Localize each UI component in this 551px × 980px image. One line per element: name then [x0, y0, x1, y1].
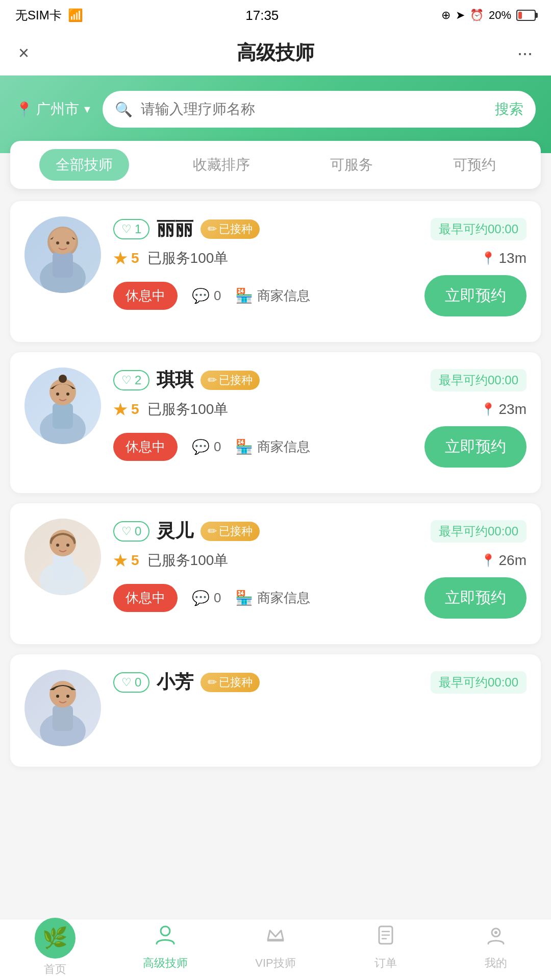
merchant-info-3[interactable]: 🏪 商家信息: [235, 589, 310, 607]
heart-icon-2: ♡: [121, 374, 132, 387]
filter-tab-book[interactable]: 可预约: [437, 149, 512, 181]
nav-orders[interactable]: 订单: [345, 923, 427, 971]
merchant-icon-3: 🏪: [235, 590, 253, 606]
tech-name-1: 丽丽: [157, 216, 193, 241]
tech-name-4: 小芳: [157, 670, 193, 695]
rating-value-2: 5: [131, 401, 139, 418]
location-status-icon: ⊕: [441, 9, 450, 22]
navigation-icon: ➤: [456, 9, 465, 22]
comment-count-2: 💬 0: [192, 438, 221, 455]
svg-point-19: [66, 544, 69, 547]
name-left-3: ♡ 0 灵儿 ✏ 已接种: [113, 519, 260, 544]
search-button[interactable]: 搜索: [495, 100, 523, 119]
card-top-3: ♡ 0 灵儿 ✏ 已接种 最早可约00:00 ★: [24, 519, 527, 619]
alarm-icon: ⏰: [470, 9, 484, 22]
like-count-3: 0: [135, 524, 141, 538]
nav-vip-label: VIP技师: [255, 955, 295, 971]
vaccinated-badge-3: ✏ 已接种: [201, 522, 260, 541]
bottom-left-2: 休息中 💬 0 🏪 商家信息: [113, 433, 310, 461]
technician-list: ♡ 1 丽丽 ✏ 已接种 最早可约00:00 ★: [0, 189, 551, 850]
merchant-info-2[interactable]: 🏪 商家信息: [235, 438, 310, 456]
pen-icon-3: ✏: [208, 525, 217, 538]
distance-pin-icon-1: 📍: [481, 251, 496, 265]
carrier-label: 无SIM卡: [15, 7, 62, 23]
like-badge-4[interactable]: ♡ 0: [113, 672, 149, 693]
home-icon: 🌿: [42, 926, 68, 950]
location-text: 广州市: [36, 100, 79, 119]
earliest-badge-1: 最早可约00:00: [431, 218, 527, 240]
service-count-3: 已服务100单: [147, 551, 229, 570]
avatar-4: [24, 670, 101, 746]
vaccinated-badge-4: ✏ 已接种: [201, 673, 260, 692]
comment-icon-2: 💬: [192, 438, 210, 455]
search-row: 📍 广州市 ▼ 🔍 搜索: [15, 91, 536, 128]
stats-left-1: ★ 5 已服务100单: [113, 249, 228, 268]
pen-icon-4: ✏: [208, 676, 217, 689]
more-button[interactable]: ···: [517, 42, 533, 64]
like-badge-2[interactable]: ♡ 2: [113, 370, 149, 390]
nav-technician[interactable]: 高级技师: [124, 923, 206, 971]
vaccinated-badge-2: ✏ 已接种: [201, 371, 260, 390]
vaccinated-text-1: 已接种: [219, 222, 253, 237]
card-info-1: ♡ 1 丽丽 ✏ 已接种 最早可约00:00 ★: [113, 216, 527, 316]
card-bottom-3: 休息中 💬 0 🏪 商家信息 立即预约: [113, 577, 527, 619]
distance-1: 📍 13m: [481, 250, 527, 266]
status-badge-2: 休息中: [113, 433, 178, 461]
book-button-3[interactable]: 立即预约: [424, 577, 527, 619]
comment-count-3: 💬 0: [192, 590, 221, 606]
card-info-2: ♡ 2 琪琪 ✏ 已接种 最早可约00:00 ★: [113, 368, 527, 468]
tech-name-2: 琪琪: [157, 368, 193, 393]
status-badge-3: 休息中: [113, 584, 178, 612]
nav-vip[interactable]: VIP技师: [235, 923, 316, 971]
comment-count-1: 💬 0: [192, 287, 221, 304]
close-button[interactable]: ×: [18, 42, 29, 64]
card-info-4: ♡ 0 小芳 ✏ 已接种 最早可约00:00: [113, 670, 527, 702]
bottom-left-1: 休息中 💬 0 🏪 商家信息: [113, 282, 310, 310]
earliest-badge-4: 最早可约00:00: [431, 671, 527, 694]
card-info-3: ♡ 0 灵儿 ✏ 已接种 最早可约00:00 ★: [113, 519, 527, 619]
svg-rect-15: [53, 554, 73, 580]
name-left-1: ♡ 1 丽丽 ✏ 已接种: [113, 216, 260, 241]
svg-point-12: [66, 393, 69, 396]
svg-rect-2: [53, 252, 73, 278]
like-badge-1[interactable]: ♡ 1: [113, 219, 149, 239]
rating-value-3: 5: [131, 552, 139, 569]
svg-rect-21: [53, 705, 73, 731]
battery-percent: 20%: [489, 9, 511, 22]
technician-card-3: ♡ 0 灵儿 ✏ 已接种 最早可约00:00 ★: [10, 503, 541, 644]
merchant-label-1: 商家信息: [257, 287, 310, 305]
vaccinated-badge-1: ✏ 已接种: [201, 219, 260, 239]
svg-point-24: [56, 695, 59, 698]
nav-technician-label: 高级技师: [143, 955, 188, 971]
card-bottom-1: 休息中 💬 0 🏪 商家信息 立即预约: [113, 275, 527, 316]
mine-nav-icon: [484, 923, 508, 952]
rating-value-1: 5: [131, 250, 139, 266]
comment-icon-1: 💬: [192, 287, 210, 304]
status-badge-1: 休息中: [113, 282, 178, 310]
like-badge-3[interactable]: ♡ 0: [113, 521, 149, 542]
stats-row-3: ★ 5 已服务100单 📍 26m: [113, 551, 527, 570]
merchant-label-3: 商家信息: [257, 589, 310, 607]
merchant-info-1[interactable]: 🏪 商家信息: [235, 287, 310, 305]
nav-home[interactable]: 🌿 首页: [14, 918, 96, 977]
search-input[interactable]: [141, 101, 487, 117]
nav-mine[interactable]: 我的: [455, 923, 537, 971]
like-count-4: 0: [135, 675, 141, 690]
filter-tab-fav[interactable]: 收藏排序: [177, 149, 266, 181]
svg-point-32: [494, 931, 497, 934]
filter-tab-all[interactable]: 全部技师: [39, 149, 129, 181]
book-button-1[interactable]: 立即预约: [424, 275, 527, 316]
battery-icon: [516, 10, 536, 21]
pen-icon-1: ✏: [208, 223, 217, 236]
location-button[interactable]: 📍 广州市 ▼: [15, 100, 92, 119]
heart-icon-1: ♡: [121, 223, 132, 236]
distance-value-3: 26m: [499, 552, 527, 569]
service-count-1: 已服务100单: [147, 249, 229, 268]
name-row-4: ♡ 0 小芳 ✏ 已接种 最早可约00:00: [113, 670, 527, 695]
book-button-2[interactable]: 立即预约: [424, 426, 527, 468]
star-rating-1: ★ 5: [113, 250, 139, 267]
card-bottom-2: 休息中 💬 0 🏪 商家信息 立即预约: [113, 426, 527, 468]
filter-tab-service[interactable]: 可服务: [314, 149, 389, 181]
card-top-4: ♡ 0 小芳 ✏ 已接种 最早可约00:00: [24, 670, 527, 746]
avatar-3: [24, 519, 101, 595]
